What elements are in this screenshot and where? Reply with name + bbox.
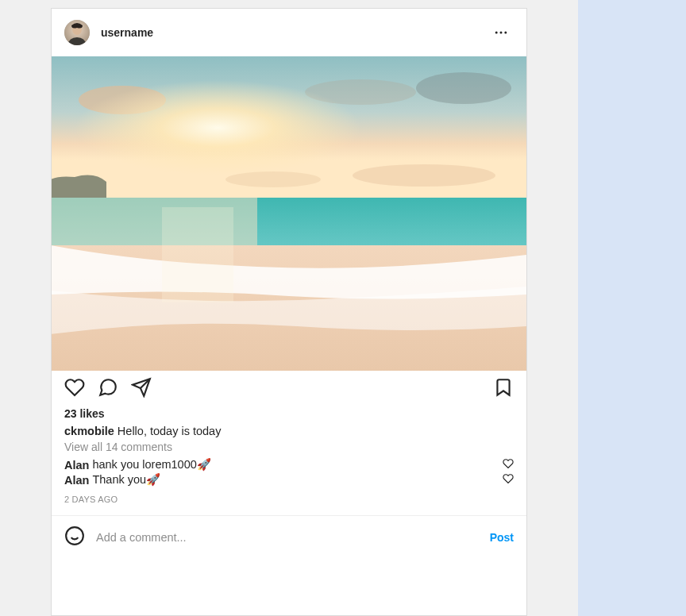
heart-icon	[64, 377, 85, 398]
caption-row: ckmobileHello, today is today	[64, 425, 514, 437]
comment-like-button[interactable]	[503, 458, 514, 472]
comment-like-button[interactable]	[503, 473, 514, 487]
send-icon	[131, 377, 152, 398]
comment-row: Alan hank you lorem1000🚀	[64, 458, 514, 472]
svg-point-2	[495, 32, 498, 34]
post-header: username	[52, 9, 526, 56]
post-image[interactable]	[52, 56, 526, 371]
emoji-button[interactable]	[64, 526, 85, 549]
like-button[interactable]	[64, 377, 85, 398]
comment-icon	[98, 377, 118, 398]
bookmark-button[interactable]	[493, 377, 514, 398]
likes-count[interactable]: 23 likes	[64, 407, 514, 420]
share-button[interactable]	[131, 377, 152, 398]
comment-input[interactable]	[96, 531, 490, 544]
bookmark-icon	[493, 377, 514, 398]
heart-icon	[503, 458, 514, 469]
smile-icon	[64, 526, 85, 546]
avatar[interactable]	[64, 20, 90, 45]
post-actions	[52, 371, 526, 402]
comment-button[interactable]	[98, 377, 118, 398]
comment-row: Alan Thank you🚀	[64, 473, 514, 487]
comment-author[interactable]: Alan	[64, 474, 89, 487]
content-column: username	[0, 0, 578, 616]
post-card: username	[51, 8, 527, 616]
caption-text: Hello, today is today	[118, 425, 222, 437]
caption-author[interactable]: ckmobile	[64, 425, 114, 437]
side-panel	[578, 0, 686, 616]
comment-author[interactable]: Alan	[64, 459, 89, 472]
view-all-comments[interactable]: View all 14 comments	[64, 441, 514, 453]
svg-point-4	[504, 32, 507, 34]
more-horizontal-icon	[493, 25, 509, 40]
post-author-username[interactable]: username	[101, 26, 153, 39]
svg-point-3	[500, 32, 503, 34]
heart-icon	[503, 473, 514, 484]
add-comment-bar: Post	[52, 515, 526, 559]
comment-text: hank you lorem1000🚀	[92, 458, 210, 472]
comment-text: Thank you🚀	[92, 473, 160, 487]
svg-rect-14	[162, 207, 233, 302]
post-body: 23 likes ckmobileHello, today is today V…	[52, 402, 526, 515]
svg-point-17	[66, 527, 83, 545]
svg-rect-11	[52, 56, 526, 215]
post-comment-button[interactable]: Post	[490, 531, 514, 544]
post-timestamp: 2 DAYS AGO	[64, 495, 514, 504]
more-options-button[interactable]	[488, 20, 514, 45]
